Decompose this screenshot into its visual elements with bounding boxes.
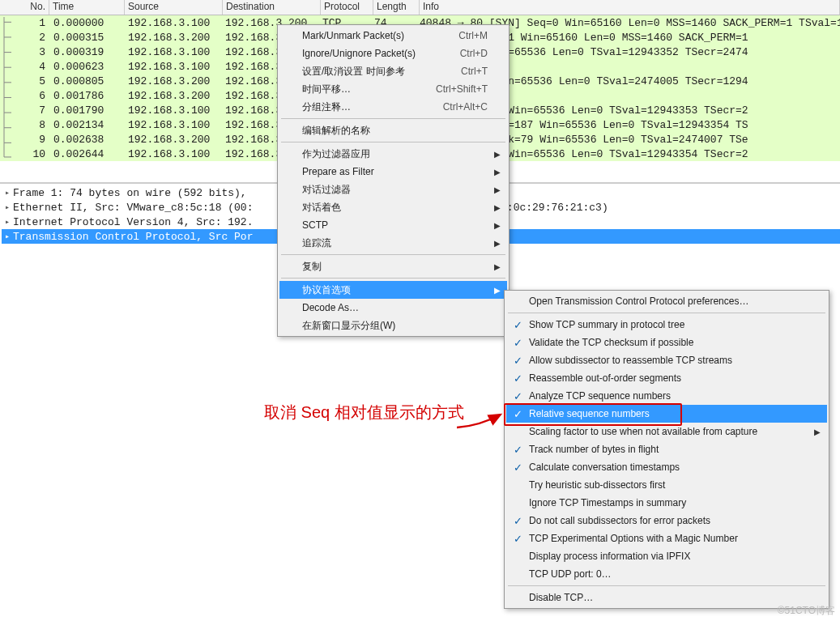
menu-item[interactable]: ✓Calculate conversation timestamps (506, 458, 827, 476)
menu-item[interactable]: 作为过滤器应用▶ (279, 145, 507, 163)
expand-icon[interactable]: ▸ (2, 188, 13, 198)
submenu-arrow-icon: ▶ (814, 427, 821, 436)
menu-item[interactable]: Try heuristic sub-dissectors first (506, 476, 827, 494)
menu-item[interactable]: ✓Do not call subdissectors for error pac… (506, 512, 827, 530)
menu-item[interactable]: SCTP▶ (279, 216, 507, 234)
menu-item[interactable]: ✓Relative sequence numbers (506, 405, 827, 423)
menu-item[interactable]: ✓Allow subdissector to reassemble TCP st… (506, 351, 827, 369)
col-length[interactable]: Length (373, 0, 420, 15)
check-icon: ✓ (511, 390, 524, 402)
check-icon: ✓ (511, 372, 524, 385)
menu-item[interactable]: Prepare as Filter▶ (279, 163, 507, 181)
check-icon: ✓ (511, 533, 524, 545)
col-protocol[interactable]: Protocol (321, 0, 373, 15)
menu-item[interactable]: Display process information via IPFIX (506, 547, 827, 565)
menu-separator (508, 313, 825, 313)
menu-separator (281, 142, 505, 142)
menu-item[interactable]: ✓Reassemble out-of-order segments (506, 369, 827, 387)
menu-item[interactable]: ✓Analyze TCP sequence numbers (506, 387, 827, 405)
menu-item[interactable]: Ignore/Unignore Packet(s)Ctrl+D (279, 45, 507, 62)
submenu-arrow-icon: ▶ (494, 286, 501, 295)
check-icon: ✓ (511, 319, 524, 331)
menu-item[interactable]: 对话过滤器▶ (279, 181, 507, 198)
check-icon: ✓ (511, 515, 524, 527)
watermark: ©51CTO博客 (778, 604, 835, 618)
menu-item[interactable]: 协议首选项▶ (279, 281, 507, 299)
context-menu-main[interactable]: Mark/Unmark Packet(s)Ctrl+MIgnore/Unigno… (277, 24, 510, 337)
submenu-arrow-icon: ▶ (494, 262, 501, 271)
menu-item[interactable]: 编辑解析的名称 (279, 121, 507, 139)
menu-item[interactable]: 复制▶ (279, 257, 507, 275)
check-icon: ✓ (511, 355, 524, 367)
check-icon: ✓ (511, 408, 524, 420)
menu-item[interactable]: Open Transmission Control Protocol prefe… (506, 292, 827, 310)
submenu-arrow-icon: ▶ (494, 221, 501, 230)
expand-icon[interactable]: ▸ (2, 217, 13, 227)
menu-item[interactable]: 对话着色▶ (279, 198, 507, 216)
check-icon: ✓ (511, 337, 524, 349)
menu-item[interactable]: Scaling factor to use when not available… (506, 423, 827, 440)
packet-list-header[interactable]: No. Time Source Destination Protocol Len… (0, 0, 840, 15)
menu-item[interactable]: Ignore TCP Timestamps in summary (506, 494, 827, 512)
submenu-arrow-icon: ▶ (494, 203, 501, 212)
menu-item[interactable]: ✓Show TCP summary in protocol tree (506, 316, 827, 334)
submenu-arrow-icon: ▶ (494, 150, 501, 159)
check-icon: ✓ (511, 444, 524, 456)
annotation-text: 取消 Seq 相对值显示的方式 (264, 402, 464, 423)
submenu-arrow-icon: ▶ (494, 239, 501, 248)
menu-item[interactable]: Mark/Unmark Packet(s)Ctrl+M (279, 27, 507, 45)
col-time[interactable]: Time (49, 0, 125, 15)
menu-separator (281, 254, 505, 255)
col-info[interactable]: Info (420, 0, 840, 15)
menu-item[interactable]: 在新窗口显示分组(W) (279, 317, 507, 334)
menu-item[interactable]: 追踪流▶ (279, 234, 507, 252)
menu-item[interactable]: 设置/取消设置 时间参考Ctrl+T (279, 62, 507, 80)
menu-item[interactable]: Decode As… (279, 299, 507, 317)
menu-item[interactable]: TCP UDP port: 0… (506, 565, 827, 583)
expand-icon[interactable]: ▸ (2, 202, 13, 212)
menu-item[interactable]: 分组注释…Ctrl+Alt+C (279, 98, 507, 116)
context-submenu-protocol-prefs[interactable]: Open Transmission Control Protocol prefe… (504, 290, 829, 609)
menu-item[interactable]: ✓Validate the TCP checksum if possible (506, 334, 827, 351)
check-icon: ✓ (511, 461, 524, 474)
submenu-arrow-icon: ▶ (494, 185, 501, 194)
col-destination[interactable]: Destination (223, 0, 321, 15)
menu-separator (281, 118, 505, 119)
submenu-arrow-icon: ▶ (494, 168, 501, 177)
col-source[interactable]: Source (125, 0, 223, 15)
menu-separator (508, 585, 825, 586)
menu-item[interactable]: ✓TCP Experimental Options with a Magic N… (506, 530, 827, 547)
menu-item[interactable]: ✓Track number of bytes in flight (506, 440, 827, 458)
menu-separator (281, 278, 505, 279)
col-no[interactable]: No. (0, 0, 49, 15)
expand-icon[interactable]: ▸ (2, 232, 13, 241)
menu-item[interactable]: 时间平移…Ctrl+Shift+T (279, 80, 507, 98)
